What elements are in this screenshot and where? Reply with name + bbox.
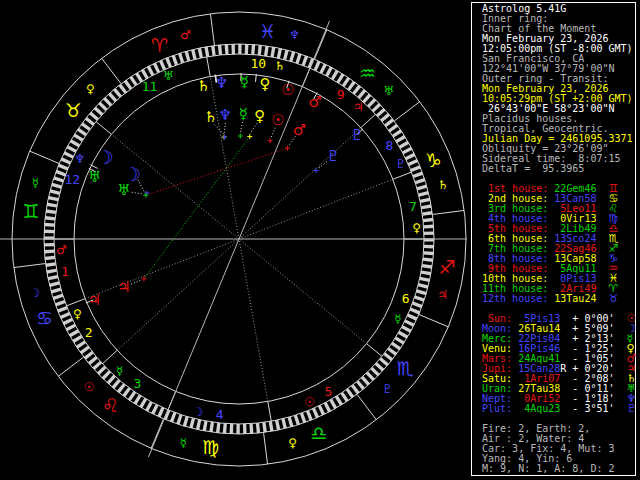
- degree-tick-cell: [223, 423, 227, 433]
- sign-boundary: [151, 419, 163, 449]
- house-ruler-glyph-5: ☉: [304, 395, 315, 409]
- degree-tick-cell: [423, 258, 433, 262]
- degree-tick-cell: [204, 47, 209, 57]
- degree-tick-cell: [270, 47, 275, 57]
- degree-tick-cell: [184, 51, 190, 62]
- degree-tick-cell: [191, 49, 197, 60]
- house-ruler-glyph-4: ☽: [193, 405, 204, 419]
- house-ruler-glyph-8: ♇: [395, 157, 406, 171]
- sign-glyph-virgo: ♍: [202, 436, 219, 458]
- house-ruler-glyph-11: ♅: [163, 69, 174, 83]
- planet-pointer: [131, 280, 141, 284]
- house-cusp-ring-segment: [268, 401, 271, 421]
- planet-glyph-venus-outer: ♀: [259, 75, 270, 93]
- degree-tick-cell: [225, 44, 229, 54]
- panel-line: 12th house: 13Tau24 ♉: [476, 294, 636, 304]
- degree-tick-cell: [47, 269, 57, 274]
- degree-tick-cell: [249, 423, 253, 433]
- degree-tick-cell: [231, 44, 235, 54]
- house-cusp-ring-segment: [367, 344, 382, 357]
- sign-boundary: [102, 58, 121, 83]
- degree-tick-cell: [63, 318, 73, 325]
- house-cusp-ring-segment: [207, 57, 210, 77]
- sign-ruler-glyph-aquarius: ♅: [384, 84, 395, 98]
- house-number-7: 7: [409, 199, 417, 214]
- degree-tick-cell: [230, 424, 234, 434]
- degree-tick-cell: [294, 415, 300, 426]
- degree-tick-cell: [183, 416, 189, 427]
- sign-ruler-glyph-taurus: ♀: [86, 82, 95, 96]
- house-ruler-glyph-1: ♂: [56, 243, 67, 257]
- astrolog-screen: { "app_title": "Astrolog 5.41G", "colors…: [0, 0, 640, 480]
- sign-boundary: [14, 264, 46, 268]
- planet-glyph-uranus-inner: ♅: [117, 181, 130, 199]
- degree-tick-cell: [418, 283, 429, 289]
- sign-boundary: [210, 14, 214, 46]
- degree-tick-cell: [251, 44, 255, 54]
- sign-glyph-leo: ♌: [102, 394, 119, 416]
- degree-tick-cell: [51, 288, 62, 294]
- house-ruler-glyph-9: ♃: [353, 100, 364, 114]
- house-cusp-ring-segment: [102, 350, 117, 363]
- degree-tick-cell: [198, 48, 203, 58]
- planet-glyph-venus-inner: ♀: [254, 107, 265, 125]
- planet-pointer: [271, 128, 275, 138]
- degree-tick-cell: [408, 159, 418, 166]
- panel-text-segment: DeltaT = 95.3965: [476, 163, 584, 174]
- degree-tick-cell: [245, 44, 249, 54]
- degree-tick-cell: [405, 153, 415, 160]
- sign-boundary: [357, 394, 376, 419]
- degree-tick-cell: [420, 198, 430, 203]
- degree-tick-cell: [300, 413, 306, 424]
- degree-tick-cell: [401, 325, 411, 333]
- house-number-10: 10: [250, 56, 266, 71]
- degree-tick-cell: [424, 231, 434, 235]
- degree-tick-cell: [196, 419, 201, 429]
- house-number-12: 12: [65, 172, 81, 187]
- panel-line: Plut: 4Aqu23 - 3°51' ♇: [476, 404, 636, 414]
- aspect-line-trine: [144, 137, 250, 279]
- degree-tick-cell: [324, 402, 332, 412]
- degree-tick-cell: [50, 189, 61, 195]
- planet-pointer: [224, 123, 225, 134]
- planet-glyph-saturn-outer: ♄: [197, 77, 210, 95]
- degree-tick-cell: [422, 264, 432, 269]
- planet-glyph-moon-outer: ☽: [96, 146, 113, 168]
- degree-tick-cell: [306, 410, 313, 421]
- sign-glyph-capricorn: ♑: [425, 149, 442, 171]
- sign-glyph-libra: ♎: [310, 422, 327, 444]
- planet-glyph-neptune-inner: ♆: [219, 106, 232, 124]
- sign-boundary: [264, 432, 268, 464]
- degree-tick-cell: [218, 45, 222, 55]
- planet-glyph-pluto-inner: ♇: [326, 147, 339, 165]
- degree-tick-cell: [423, 225, 433, 229]
- degree-tick-cell: [45, 216, 55, 220]
- house-number-3: 3: [133, 376, 141, 391]
- degree-tick-cell: [203, 421, 208, 431]
- planet-glyph-mercury-outer: ☿: [240, 73, 249, 91]
- degree-tick-cell: [153, 63, 160, 73]
- degree-tick-cell: [414, 295, 425, 301]
- sign-boundary: [314, 30, 326, 60]
- planet-pointer: [240, 122, 242, 133]
- degree-tick-cell: [418, 191, 429, 197]
- degree-tick-cell: [417, 184, 428, 190]
- degree-tick-cell: [256, 423, 260, 433]
- degree-tick-cell: [44, 223, 54, 227]
- sign-boundary: [419, 314, 449, 326]
- planet-glyph-mercury-inner: ☿: [239, 105, 248, 123]
- sign-ruler-glyph-libra: ♀: [288, 436, 297, 450]
- sign-boundary: [58, 357, 83, 376]
- planet-glyph-pluto-outer: ♇: [350, 126, 363, 144]
- panel-text-segment: - 3°51': [560, 403, 614, 414]
- panel-text-segment: 13Tau24: [554, 293, 596, 304]
- panel-text: Astrolog 5.41G Inner ring: Chart of the …: [476, 4, 636, 474]
- sign-ruler-glyph-sagittarius: ♃: [437, 288, 448, 302]
- degree-tick-cell: [47, 203, 57, 208]
- info-panel: Astrolog 5.41G Inner ring: Chart of the …: [471, 2, 636, 476]
- degree-tick-cell: [66, 324, 76, 332]
- degree-tick-cell: [319, 63, 326, 73]
- planet-glyph-saturn-inner: ♄: [204, 108, 217, 126]
- degree-tick-cell: [211, 46, 216, 56]
- sign-boundary: [30, 151, 60, 163]
